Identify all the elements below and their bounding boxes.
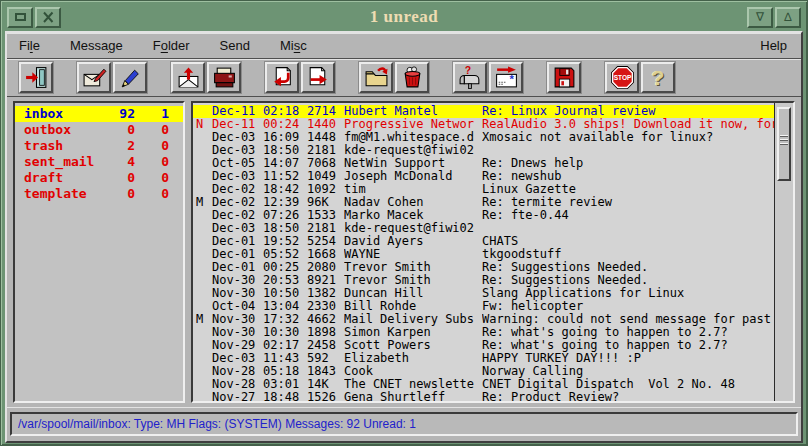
folder-unread: 1 — [135, 106, 169, 122]
message-from: Trevor Smith — [344, 261, 475, 274]
message-date: Oct-05 — [212, 157, 256, 170]
exit-button[interactable] — [19, 62, 53, 93]
mailbox-question-icon: ? — [458, 65, 483, 90]
menu-item-send[interactable]: Send — [214, 38, 256, 53]
message-list: Dec-1102:182714Hubert MantelRe: Linux Jo… — [191, 101, 795, 403]
message-row[interactable]: Dec-0316:091448fm@M1.whitespace.dXmosaic… — [193, 131, 774, 144]
menu-item-help[interactable]: Help — [754, 38, 793, 53]
message-from: Nadav Cohen — [344, 196, 475, 209]
message-row[interactable]: Dec-0207:261533Marko MacekRe: fte-0.44 — [193, 209, 774, 222]
menubar: FileMessageFolderSendMiscHelp — [7, 33, 801, 59]
folder-row-draft[interactable]: draft00 — [15, 170, 183, 186]
message-row[interactable]: Dec-0318:502181kde-request@fiwi02 — [193, 222, 774, 235]
message-time: 16:09 — [263, 131, 300, 144]
message-time: 05:18 — [263, 365, 300, 378]
message-row[interactable]: Dec-0105:521668WAYNEtkgoodstuff — [193, 248, 774, 261]
message-size: 14K — [307, 378, 337, 391]
message-date: Dec-11 — [212, 105, 256, 118]
receive-button[interactable] — [171, 62, 205, 93]
message-subj: Re: what's going to happen to 2.7? — [482, 326, 774, 339]
message-from: NetWin Support — [344, 157, 475, 170]
stop-button[interactable]: STOP — [605, 62, 639, 93]
message-flag — [193, 352, 206, 365]
message-subj: Slang Applications for Linux — [482, 287, 774, 300]
message-from: Scott Powers — [344, 339, 475, 352]
message-row[interactable]: Nov-2803:0114KThe CNET newsletteCNET Dig… — [193, 378, 774, 391]
iconify-button[interactable] — [7, 7, 33, 28]
message-from: Elizabeth — [344, 352, 475, 365]
folder-row-sent_mail[interactable]: sent_mail40 — [15, 154, 183, 170]
save-button[interactable] — [547, 62, 581, 93]
message-date: Nov-28 — [212, 365, 256, 378]
message-flag: M — [193, 196, 206, 209]
move-to-folder-button[interactable] — [359, 62, 393, 93]
message-row[interactable]: NDec-1100:241440Progressive NetworRealAu… — [193, 118, 774, 131]
compose-button[interactable] — [77, 62, 111, 93]
message-row[interactable]: Oct-0514:077068NetWin SupportRe: Dnews h… — [193, 157, 774, 170]
scrollbar-thumb[interactable] — [777, 107, 791, 181]
message-size: 2080 — [307, 261, 337, 274]
iconify-icon — [15, 13, 26, 21]
folder-row-outbox[interactable]: outbox00 — [15, 122, 183, 138]
message-subj: CNET Digital Dispatch Vol 2 No. 48 — [482, 378, 774, 391]
message-time: 14:07 — [263, 157, 300, 170]
check-mail-button[interactable]: ? — [453, 62, 487, 93]
menu-item-message[interactable]: Message — [64, 38, 129, 53]
message-row[interactable]: Dec-0311:43592ElizabethHAPPY TURKEY DAY!… — [193, 352, 774, 365]
message-row[interactable]: Dec-0119:525254David AyersCHATS — [193, 235, 774, 248]
close-button[interactable] — [35, 7, 61, 28]
menu-item-file[interactable]: File — [13, 38, 46, 53]
message-subj: Norway Calling — [482, 365, 774, 378]
titlebar[interactable]: 1 unread ∇ ∆ — [5, 5, 803, 29]
message-row[interactable]: Nov-3020:538921Trevor SmithRe: Suggestio… — [193, 274, 774, 287]
shade-button[interactable]: ∇ — [747, 7, 773, 28]
message-list-scrollbar[interactable] — [774, 103, 793, 401]
message-flag — [193, 365, 206, 378]
message-date: Nov-28 — [212, 378, 256, 391]
folder-unread: 0 — [135, 186, 169, 202]
menu-item-folder[interactable]: Folder — [147, 38, 196, 53]
message-row[interactable]: Dec-0318:502181kde-request@fiwi02 — [193, 144, 774, 157]
printer-icon — [212, 65, 237, 90]
message-row[interactable]: Nov-3010:301898Simon KarpenRe: what's go… — [193, 326, 774, 339]
message-row[interactable]: Nov-3010:501382Duncan HillSlang Applicat… — [193, 287, 774, 300]
edit-button[interactable] — [113, 62, 147, 93]
print-button[interactable] — [207, 62, 241, 93]
folder-row-trash[interactable]: trash20 — [15, 138, 183, 154]
message-row[interactable]: Nov-2805:181843CookNorway Calling — [193, 365, 774, 378]
folder-row-inbox[interactable]: inbox921 — [15, 106, 183, 122]
message-row[interactable]: Nov-2718:481526Gena ShurtleffRe: Product… — [193, 391, 774, 403]
message-row[interactable]: Nov-2902:172458Scott PowersRe: what's go… — [193, 339, 774, 352]
svg-text:STOP: STOP — [613, 74, 631, 81]
message-row[interactable]: Dec-0311:521049Joseph McDonaldRe: newshu… — [193, 170, 774, 183]
help-button[interactable]: ? — [641, 62, 675, 93]
folder-unread: 0 — [135, 138, 169, 154]
message-row[interactable]: Dec-0100:252080Trevor SmithRe: Suggestio… — [193, 261, 774, 274]
reply-arrow-icon — [270, 65, 295, 90]
menu-item-misc[interactable]: Misc — [274, 38, 313, 53]
reply-button[interactable] — [265, 62, 299, 93]
message-date: Dec-03 — [212, 352, 256, 365]
message-date: Dec-02 — [212, 196, 256, 209]
message-row[interactable]: MDec-0212:3996KNadav CohenRe: termite re… — [193, 196, 774, 209]
message-date: Dec-01 — [212, 235, 256, 248]
forward-button[interactable] — [301, 62, 335, 93]
folder-name: draft — [24, 170, 97, 186]
message-row[interactable]: Dec-1102:182714Hubert MantelRe: Linux Jo… — [193, 105, 774, 118]
message-date: Dec-03 — [212, 144, 256, 157]
message-size: 96K — [307, 196, 337, 209]
message-size: 1843 — [307, 365, 337, 378]
message-row[interactable]: Oct-0413:042330Bill RohdeFw: helicopter — [193, 300, 774, 313]
message-size: 1533 — [307, 209, 337, 222]
message-subj: Re: termite review — [482, 196, 774, 209]
folder-row-template[interactable]: template00 — [15, 186, 183, 202]
message-row[interactable]: Dec-0218:421092timLinux Gazette — [193, 183, 774, 196]
send-queued-button[interactable]: * — [489, 62, 523, 93]
message-flag — [193, 157, 206, 170]
message-date: Nov-30 — [212, 326, 256, 339]
maximize-button[interactable]: ∆ — [775, 7, 801, 28]
delete-button[interactable] — [395, 62, 429, 93]
message-row[interactable]: MNov-3017:324662Mail Delivery SubsWarnin… — [193, 313, 774, 326]
message-time: 05:52 — [263, 248, 300, 261]
message-flag — [193, 183, 206, 196]
